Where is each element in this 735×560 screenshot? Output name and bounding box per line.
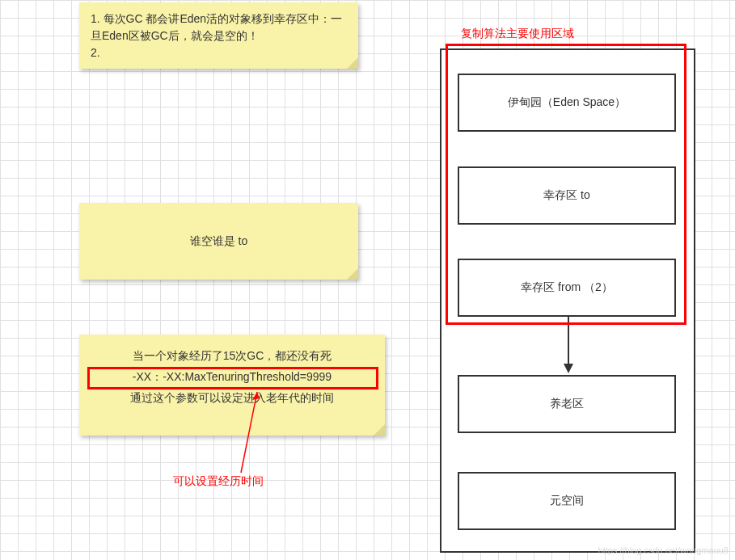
region-eden: 伊甸园（Eden Space） — [458, 74, 676, 132]
svg-marker-3 — [564, 364, 573, 373]
region-survivor-to: 幸存区 to — [458, 166, 676, 225]
note-top: 1. 每次GC 都会讲Eden活的对象移到幸存区中：一旦Eden区被GC后，就会… — [79, 2, 358, 69]
annotation-bottom-label: 可以设置经历时间 — [173, 474, 264, 489]
red-arrow-to-param — [217, 388, 265, 475]
region-metaspace-label: 元空间 — [550, 494, 584, 508]
region-eden-label: 伊甸园（Eden Space） — [508, 95, 626, 110]
note-top-line2: 2. — [91, 44, 347, 61]
note-middle: 谁空谁是 to — [79, 203, 358, 280]
region-old-gen: 养老区 — [458, 375, 676, 433]
annotation-top-label: 复制算法主要使用区域 — [461, 27, 574, 41]
region-metaspace: 元空间 — [458, 472, 676, 530]
svg-line-0 — [241, 392, 257, 473]
region-survivor-from: 幸存区 from （2） — [458, 259, 676, 317]
note-bottom-line2: -XX：-XX:MaxTenuringThreshold=9999 — [91, 370, 374, 385]
region-old-gen-label: 养老区 — [550, 397, 584, 411]
watermark: https://blog.csdn.net/wangmauu8 — [598, 545, 729, 555]
note-top-line1: 1. 每次GC 都会讲Eden活的对象移到幸存区中：一旦Eden区被GC后，就会… — [91, 11, 347, 44]
region-survivor-from-label: 幸存区 from （2） — [521, 280, 613, 295]
arrow-survivor-to-old — [556, 317, 581, 377]
region-survivor-to-label: 幸存区 to — [543, 188, 590, 203]
note-bottom-line1: 当一个对象经历了15次GC，都还没有死 — [91, 349, 374, 364]
svg-marker-1 — [252, 392, 260, 400]
note-middle-text: 谁空谁是 to — [190, 234, 248, 249]
